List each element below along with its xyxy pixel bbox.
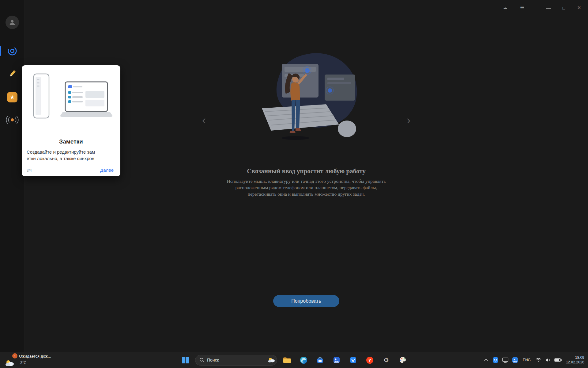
chevron-right-icon: › [407, 114, 411, 127]
file-explorer-icon[interactable] [280, 353, 294, 367]
edge-icon [300, 356, 307, 364]
super-device-app-window: ★ ☁ ☰ — [0, 0, 588, 352]
tray-photos-icon[interactable] [511, 354, 519, 366]
feature-description-line: расположенным рядом телефоном или планше… [24, 184, 588, 191]
person-icon [9, 19, 16, 26]
notes-tour-popup: Заметки Создавайте и редактируйте зам ет… [22, 65, 120, 176]
weather-temperature: -3°C [19, 361, 26, 365]
search-icon [199, 358, 204, 362]
monitor-icon [502, 358, 508, 363]
popup-description: Создавайте и редактируйте зам етки локал… [27, 149, 120, 162]
feature-description-line: перетаскивать окна и выполнять множество… [24, 191, 588, 197]
carousel-next-button[interactable]: › [404, 113, 413, 128]
photos-app-icon[interactable] [330, 353, 343, 367]
yandex-icon: Y [366, 356, 374, 364]
speaker-icon [545, 358, 551, 362]
popup-next-link[interactable]: Далее [100, 167, 114, 173]
notification-badge: 1 [12, 353, 17, 358]
taskbar-search[interactable]: Поиск [195, 355, 277, 366]
taskbar-center: Поиск [179, 352, 409, 368]
battery-icon [554, 358, 562, 362]
tray-overflow-button[interactable] [482, 354, 490, 366]
clock-time: 18:09 [566, 355, 584, 360]
feature-description-line: Используйте мышь, клавиатуру или тачпад … [24, 178, 588, 184]
popup-description-line: Создавайте и редактируйте зам [27, 149, 120, 155]
settings-app-icon[interactable]: ⚙ [379, 353, 393, 367]
paint-app-icon[interactable] [396, 353, 409, 367]
edge-browser-icon[interactable] [297, 353, 310, 367]
weather-headline: Ожидается дож... [19, 354, 51, 358]
windows-logo-icon [182, 357, 189, 363]
account-avatar[interactable] [6, 16, 19, 29]
folder-icon [283, 357, 291, 363]
star-icon: ★ [10, 94, 15, 101]
vk-icon [349, 356, 357, 364]
connected-input-illustration [250, 52, 363, 144]
collaboration-ring-icon [7, 45, 18, 56]
photos-icon [512, 357, 518, 363]
popup-description-line: етки локально, а также синхрон [27, 155, 120, 162]
weather-sun-cloud-icon [5, 359, 15, 367]
tray-vk-icon[interactable] [492, 354, 499, 366]
search-highlight-weather-icon [268, 357, 275, 363]
start-button[interactable] [179, 353, 192, 367]
laptop-illustration [58, 81, 114, 124]
try-button[interactable]: Попробовать [273, 295, 339, 307]
sidebar-item-collaboration[interactable] [6, 45, 18, 57]
microsoft-store-icon[interactable] [313, 353, 327, 367]
sidebar-active-indicator [0, 46, 1, 56]
popup-title: Заметки [22, 138, 120, 145]
weather-widget[interactable]: 1 Ожидается дож... -3°C [3, 353, 64, 367]
battery-indicator[interactable] [553, 354, 563, 366]
tray-display-icon[interactable] [501, 354, 509, 366]
wifi-icon [535, 358, 541, 362]
language-indicator[interactable]: ENG [521, 354, 533, 366]
app-sidebar: ★ [0, 0, 24, 352]
windows-taskbar: 1 Ожидается дож... -3°C [0, 352, 588, 368]
wifi-indicator[interactable] [534, 354, 542, 366]
gear-icon: ⚙ [383, 356, 389, 364]
sidebar-item-favorites[interactable]: ★ [7, 92, 17, 102]
feature-description: Используйте мышь, клавиатуру или тачпад … [24, 178, 588, 197]
pencil-icon [7, 69, 17, 79]
chevron-left-icon: ‹ [202, 114, 206, 127]
broadcast-icon [6, 115, 19, 125]
popup-step-indicator: 3/4 [27, 168, 32, 173]
vk-icon [492, 357, 499, 363]
search-placeholder: Поиск [207, 358, 265, 362]
vk-messenger-icon[interactable] [346, 353, 360, 367]
volume-indicator[interactable] [544, 354, 552, 366]
carousel-prev-button[interactable]: ‹ [199, 113, 209, 128]
devices-illustration [27, 70, 115, 132]
store-bag-icon [316, 356, 324, 364]
paint-palette-icon [399, 356, 406, 364]
sidebar-item-notes[interactable] [6, 68, 18, 80]
phone-illustration [33, 73, 50, 119]
desktop-screen: ★ ☁ ☰ — [0, 0, 588, 368]
yandex-browser-icon[interactable]: Y [363, 353, 376, 367]
svg-text:Y: Y [368, 358, 371, 362]
chevron-up-icon [484, 359, 488, 361]
clock-date: 12.02.2026 [566, 360, 584, 365]
popup-footer: 3/4 Далее [27, 167, 114, 173]
system-tray: ENG [482, 352, 586, 368]
photos-icon [333, 356, 340, 364]
sidebar-item-broadcast[interactable] [5, 114, 20, 125]
clock-widget[interactable]: 18:09 12.02.2026 [566, 355, 584, 365]
